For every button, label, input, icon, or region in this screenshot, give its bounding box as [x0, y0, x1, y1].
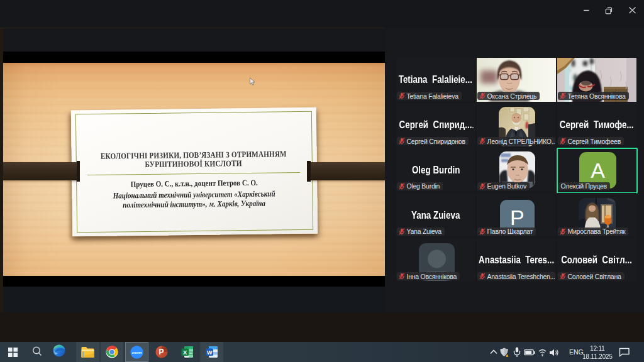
svg-text:X: X: [183, 349, 187, 356]
svg-text:P: P: [159, 348, 164, 356]
svg-text:W: W: [207, 349, 213, 356]
svg-text:zoom: zoom: [132, 351, 142, 354]
